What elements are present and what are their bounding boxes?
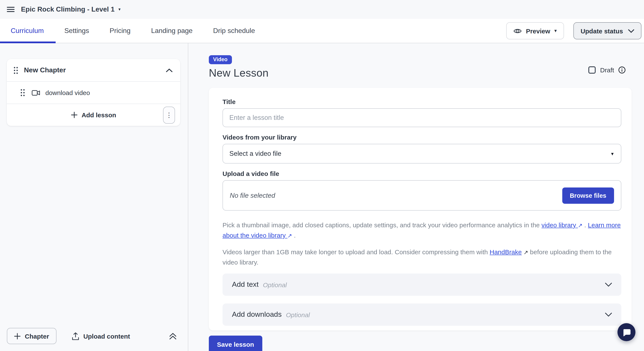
chevron-down-icon xyxy=(605,282,612,287)
link-label: video library xyxy=(542,221,576,228)
upload-content-button[interactable]: Upload content xyxy=(69,332,132,340)
upload-content-label: Upload content xyxy=(83,332,130,340)
optional-label: Optional xyxy=(263,281,287,288)
add-chapter-button[interactable]: Chapter xyxy=(7,328,56,344)
workspace: New Chapter xyxy=(0,43,644,351)
add-text-label: Add text xyxy=(232,280,259,289)
top-bar: Epic Rock Climbing - Level 1 ▾ xyxy=(0,0,644,19)
upload-field: Upload a video file No file selected Bro… xyxy=(222,170,621,210)
video-library-label: Videos from your library xyxy=(222,134,621,141)
lesson-drag-handle[interactable] xyxy=(20,89,25,96)
chapter-title: New Chapter xyxy=(24,66,66,74)
title-field-label: Title xyxy=(222,98,621,105)
video-library-link[interactable]: video library ↗ xyxy=(542,221,582,228)
sidebar-footer: Chapter Upload content xyxy=(0,320,188,351)
chapter-drag-handle[interactable] xyxy=(14,66,18,74)
draft-info-button[interactable] xyxy=(618,66,626,74)
chevron-up-icon xyxy=(166,68,172,72)
no-file-text: No file selected xyxy=(230,192,275,199)
chat-bubble-icon xyxy=(622,328,630,336)
optional-label: Optional xyxy=(286,311,310,318)
caret-down-icon: ▾ xyxy=(554,29,557,33)
browse-files-button[interactable]: Browse files xyxy=(562,187,614,204)
draft-control: Draft xyxy=(588,66,626,74)
upload-field-label: Upload a video file xyxy=(222,170,621,177)
chevron-down-icon xyxy=(605,312,612,317)
help-text-segment: . xyxy=(582,221,588,228)
help-text-segment: Pick a thumbnail image, add closed capti… xyxy=(222,221,542,228)
tab-bar: Curriculum Settings Pricing Landing page… xyxy=(0,19,644,43)
lesson-title: download video xyxy=(45,89,90,96)
chapter-header: New Chapter xyxy=(7,59,180,81)
plus-icon xyxy=(14,333,20,339)
tab-curriculum[interactable]: Curriculum xyxy=(11,27,44,35)
hamburger-menu-button[interactable] xyxy=(7,6,14,12)
update-status-label: Update status xyxy=(581,27,623,34)
lesson-type-badge: Video xyxy=(209,55,232,64)
collapse-all-button[interactable] xyxy=(169,332,177,340)
active-tab-underline xyxy=(0,42,56,43)
draft-checkbox[interactable] xyxy=(588,66,596,74)
eye-icon xyxy=(514,28,522,34)
collapse-chapter-button[interactable] xyxy=(166,68,172,72)
info-icon xyxy=(618,66,626,74)
file-upload-box: No file selected Browse files xyxy=(222,180,621,210)
save-lesson-button[interactable]: Save lesson xyxy=(209,336,262,351)
video-library-field: Videos from your library Select a video … xyxy=(222,134,621,164)
handbrake-link[interactable]: HandBrake xyxy=(490,248,522,256)
lesson-editor: Video New Lesson Draft T xyxy=(188,43,644,351)
course-title: Epic Rock Climbing - Level 1 xyxy=(21,6,114,13)
add-downloads-accordion[interactable]: Add downloads Optional xyxy=(222,304,621,326)
add-downloads-label: Add downloads xyxy=(232,310,282,319)
video-library-help-text: Pick a thumbnail image, add closed capti… xyxy=(222,220,621,240)
add-lesson-row: Add lesson ⋮ xyxy=(7,104,180,126)
select-caret-icon: ▼ xyxy=(610,151,614,156)
double-chevron-up-icon xyxy=(169,332,177,340)
video-camera-icon xyxy=(32,90,40,96)
chat-launcher-button[interactable] xyxy=(618,323,636,341)
plus-icon xyxy=(71,112,77,118)
lesson-form-card: Title Videos from your library Select a … xyxy=(209,88,632,330)
add-text-accordion[interactable]: Add text Optional xyxy=(222,274,621,296)
video-select-value: Select a video file xyxy=(229,150,281,158)
upload-icon xyxy=(72,332,79,340)
hamburger-icon xyxy=(7,6,14,12)
page-title: New Lesson xyxy=(209,67,644,79)
tab-drip-schedule[interactable]: Drip schedule xyxy=(213,27,255,35)
preview-button[interactable]: Preview ▾ xyxy=(506,22,564,40)
draft-label: Draft xyxy=(600,66,614,74)
link-label: HandBrake xyxy=(490,248,522,256)
video-select[interactable]: Select a video file ▼ xyxy=(222,144,621,164)
external-link-icon: ↗ xyxy=(288,231,292,240)
tab-landing-page[interactable]: Landing page xyxy=(151,27,192,35)
title-field: Title xyxy=(222,98,621,127)
add-chapter-label: Chapter xyxy=(25,332,49,340)
help-text-segment: Videos larger than 1GB may take longer t… xyxy=(222,248,490,256)
external-link-icon: ↗ xyxy=(578,220,582,230)
tab-bar-actions: Preview ▾ Update status xyxy=(506,22,642,40)
compression-help-text: Videos larger than 1GB may take longer t… xyxy=(222,247,621,267)
preview-label: Preview xyxy=(526,27,550,34)
add-lesson-label: Add lesson xyxy=(82,111,116,118)
tab-pricing[interactable]: Pricing xyxy=(110,27,130,35)
external-link-icon: ↗ xyxy=(524,248,528,257)
app-window: Epic Rock Climbing - Level 1 ▾ Curriculu… xyxy=(0,0,644,351)
update-status-button[interactable]: Update status xyxy=(574,22,642,40)
chapter-card: New Chapter xyxy=(7,59,180,126)
tab-settings[interactable]: Settings xyxy=(64,27,89,35)
chevron-down-icon xyxy=(628,29,634,33)
curriculum-sidebar: New Chapter xyxy=(0,43,188,351)
chapter-menu-button[interactable]: ⋮ xyxy=(163,106,175,124)
help-text-segment: . xyxy=(292,232,296,239)
caret-down-icon: ▾ xyxy=(118,7,120,12)
lesson-row[interactable]: download video xyxy=(7,81,180,104)
lesson-title-input[interactable] xyxy=(222,108,621,127)
course-switcher[interactable]: Epic Rock Climbing - Level 1 ▾ xyxy=(21,6,121,13)
add-lesson-button[interactable]: Add lesson xyxy=(68,111,119,119)
kebab-icon: ⋮ xyxy=(166,111,172,119)
